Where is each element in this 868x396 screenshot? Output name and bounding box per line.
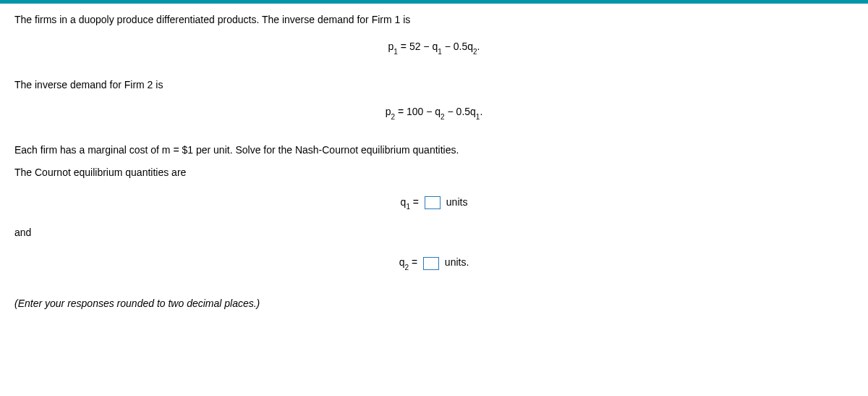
q2-input[interactable] bbox=[423, 257, 439, 270]
intro-text: The firms in a duopoly produce different… bbox=[14, 12, 854, 28]
eq1-mid: = 52 − q bbox=[398, 41, 438, 52]
marginal-cost-line: Each firm has a marginal cost of m = $1 … bbox=[14, 143, 854, 158]
eq1-end: . bbox=[477, 41, 480, 52]
eq1-sub1: 1 bbox=[393, 48, 398, 56]
problem-content: The firms in a duopoly produce different… bbox=[0, 4, 868, 327]
equilibrium-intro: The Cournot equilibrium quantities are bbox=[14, 165, 854, 180]
q2-answer-line: q2 = units. bbox=[14, 256, 854, 270]
eq1-sub2: 1 bbox=[438, 48, 442, 56]
equation-2: p2 = 100 − q2 − 0.5q1. bbox=[14, 106, 854, 119]
and-text: and bbox=[14, 225, 854, 240]
q1-input[interactable] bbox=[425, 196, 441, 209]
eq2-sub3: 1 bbox=[476, 113, 480, 121]
q1-answer-line: q1 = units bbox=[14, 196, 854, 210]
q2-sub: 2 bbox=[404, 264, 409, 271]
q2-eq: = bbox=[409, 256, 420, 268]
q1-eq: = bbox=[410, 196, 422, 208]
eq2-sub2: 2 bbox=[441, 113, 445, 121]
equation-1: p1 = 52 − q1 − 0.5q2. bbox=[14, 41, 854, 54]
q1-sub: 1 bbox=[406, 203, 410, 211]
eq1-mid2: − 0.5q bbox=[442, 41, 473, 52]
instruction-text: (Enter your responses rounded to two dec… bbox=[14, 296, 854, 311]
eq1-sub3: 2 bbox=[473, 48, 477, 56]
q1-units: units bbox=[443, 196, 467, 208]
eq2-end: . bbox=[480, 106, 482, 117]
firm2-intro: The inverse demand for Firm 2 is bbox=[14, 77, 854, 93]
eq2-sub1: 2 bbox=[391, 113, 395, 121]
eq2-mid2: − 0.5q bbox=[445, 106, 476, 117]
eq2-mid: = 100 − q bbox=[395, 106, 441, 117]
q2-units: units. bbox=[442, 256, 469, 268]
